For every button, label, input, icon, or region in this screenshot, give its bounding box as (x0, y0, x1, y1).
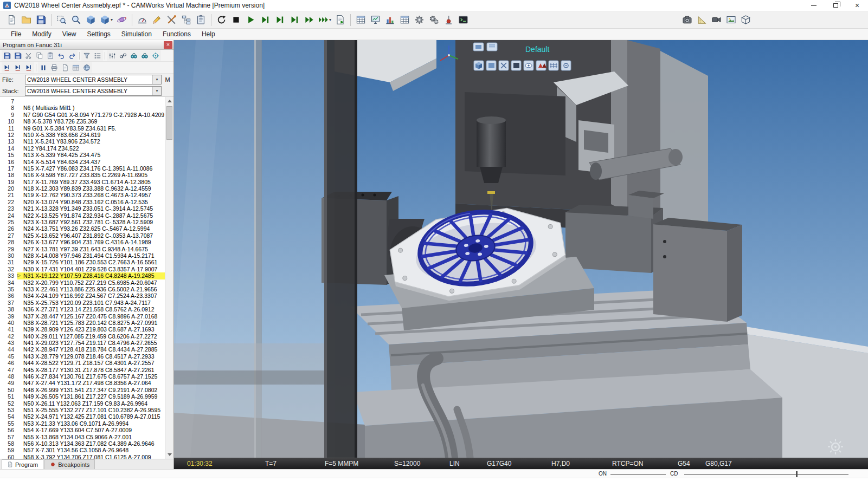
toolbar-data-table-button[interactable] (397, 12, 412, 27)
on-slider[interactable] (610, 474, 666, 475)
scroll-down-button[interactable] (165, 451, 173, 459)
code-line-56[interactable]: 56 N54 X-17.669 Y133.604 C7.507 A-27.000… (0, 427, 165, 433)
stack-combobox[interactable]: CW2018 WHEEL CENTER ASSMEBLY ▾ (25, 86, 162, 96)
panel-run-from-cursor-button[interactable] (2, 62, 12, 73)
combo-dropdown-icon[interactable]: ▾ (152, 87, 161, 95)
code-line-48[interactable]: 48 N46 X-27.834 Y130.761 Z17.675 C8.6757… (0, 373, 165, 380)
code-line-59[interactable]: 59 N57 X-7.301 Y134.56 C3.1058 A-26.9648 (0, 447, 165, 453)
scroll-track[interactable] (165, 105, 173, 451)
code-line-7[interactable]: 7 (0, 98, 165, 105)
tab-program[interactable]: Program (2, 459, 43, 469)
code-line-12[interactable]: 12 N10 X-5.338 Y83.656 Z34.619 (0, 132, 165, 138)
toolbar-machine-monitor-button[interactable] (368, 12, 383, 27)
code-line-57[interactable]: 57 N55 X-13.868 Y134.043 C5.9066 A-27.00… (0, 434, 165, 440)
panel-world-view-button[interactable] (81, 62, 92, 73)
code-line-14[interactable]: 14 N12 Y84.174 Z34.522 (0, 145, 165, 152)
toolbar-orbit-view-button[interactable] (114, 12, 129, 27)
code-scrollbar[interactable] (165, 97, 173, 459)
code-line-46[interactable]: 46 N44 X-28.522 Y129.71 Z18.157 C8.4301 … (0, 360, 165, 366)
toolbar-step-block-button[interactable] (287, 12, 302, 27)
toolbar-record-video-button[interactable] (709, 12, 724, 27)
code-line-13[interactable]: 13 N11 X-5.241 Y83.906 Z34.572 (0, 138, 165, 145)
code-line-9[interactable]: 9 N7 G90 G54 G01 X-8.094 Y71.279 C-2.792… (0, 112, 165, 118)
toolbar-stock-box-button[interactable] (738, 12, 753, 27)
toolbar-edit-program-button[interactable] (150, 12, 164, 27)
toolbar-report-table-button[interactable] (353, 12, 368, 27)
toolbar-machine-setup-button[interactable] (164, 12, 179, 27)
code-line-21[interactable]: 21 N19 X-12.762 Y90.373 Z33.268 C.4673 A… (0, 192, 165, 198)
code-line-43[interactable]: 43 N41 X-29.023 Y127.754 Z19.117 C8.4796… (0, 340, 165, 346)
close-button[interactable]: × (846, 0, 868, 11)
toolbar-measure-angle-button[interactable] (695, 12, 709, 27)
code-line-36[interactable]: 36 N34 X-24.109 Y116.992 Z24.567 C7.2524… (0, 292, 165, 299)
menu-item-view[interactable]: View (57, 29, 82, 40)
code-line-24[interactable]: 24 N22 X-13.525 Y91.874 Z32.934 C-.2887 … (0, 212, 165, 219)
code-line-10[interactable]: 10 N8 X-5.378 Y83.726 Z35.369 (0, 118, 165, 125)
code-line-37[interactable]: 37 N35 X-25.753 Y120.09 Z23.101 C7.943 A… (0, 300, 165, 306)
file-combobox[interactable]: CW2018 WHEEL CENTER ASSMEBLY ▾ (25, 75, 162, 84)
panel-save-all-button[interactable] (12, 50, 23, 61)
code-line-27[interactable]: 27 N25 X-13.652 Y96.407 Z31.892 C-.0353 … (0, 232, 165, 239)
code-line-42[interactable]: 42 N40 X-29.011 Y127.085 Z19.459 C8.6206… (0, 333, 165, 340)
panel-cut-button[interactable] (23, 50, 34, 61)
panel-close-button[interactable]: × (164, 41, 172, 49)
toolbar-reset-simulation-button[interactable] (214, 12, 229, 27)
menu-item-settings[interactable]: Settings (81, 29, 115, 40)
code-line-49[interactable]: 49 N47 X-27.44 Y131.172 Z17.498 C8.8356 … (0, 380, 165, 386)
toolbar-zoom-window-button[interactable] (54, 12, 69, 27)
panel-header[interactable]: Program on Fanuc 31i × (0, 40, 173, 50)
code-line-22[interactable]: 22 N20 X-13.074 Y90.848 Z33.162 C.0516 A… (0, 199, 165, 205)
code-line-30[interactable]: 30 N28 X-14.008 Y97.946 Z31.494 C1.5934 … (0, 252, 165, 259)
toolbar-stop-simulation-button[interactable] (229, 12, 243, 27)
panel-paste-button[interactable] (45, 50, 56, 61)
menu-item-functions[interactable]: Functions (157, 29, 196, 40)
toolbar-fast-forward-button[interactable] (302, 12, 317, 27)
code-line-53[interactable]: 53 N51 X-25.555 Y132.277 Z17.101 C10.238… (0, 407, 165, 413)
code-line-60[interactable]: 60 N58 X-3.792 Y134.706 Z17.081 C1.6125 … (0, 454, 165, 459)
panel-breakpoint-pause-button[interactable] (38, 62, 49, 73)
code-line-26[interactable]: 26 N24 X-13.751 Y93.26 Z32.625 C-.5467 A… (0, 225, 165, 232)
code-line-44[interactable]: 44 N42 X-28.947 Y128.418 Z18.784 C8.4434… (0, 346, 165, 353)
viewport-3d-scene[interactable]: Default (174, 40, 868, 458)
panel-run-to-cursor-button[interactable] (12, 62, 23, 73)
panel-save-button[interactable] (2, 50, 12, 61)
toolbar-program-settings-button[interactable] (333, 12, 348, 27)
code-line-41[interactable]: 41 N39 X-28.909 Y126.423 Z19.803 C8.687 … (0, 326, 165, 333)
toolbar-snapshot-camera-button[interactable] (680, 12, 695, 27)
code-line-34[interactable]: 34 N32 X-20.799 Y110.752 Z27.219 C5.6985… (0, 279, 165, 286)
panel-redo-button[interactable] (67, 50, 78, 61)
toolbar-tool-measure-button[interactable] (135, 12, 150, 27)
toolbar-save-file-button[interactable] (34, 12, 48, 27)
panel-find-next-button[interactable] (139, 50, 150, 61)
code-line-15[interactable]: 15 N13 X-5.339 Y84.425 Z34.475 (0, 152, 165, 158)
code-line-38[interactable]: 38 N36 X-27.371 Y123.14 Z21.558 C8.5762 … (0, 306, 165, 313)
toolbar-clipboard-button[interactable] (194, 12, 208, 27)
code-line-19[interactable]: 19 N17 X-11.769 Y89.37 Z33.493 C1.6714 A… (0, 179, 165, 185)
panel-format-columns-button[interactable] (107, 50, 118, 61)
code-line-20[interactable]: 20 N18 X-12.303 Y89.839 Z33.388 C.9632 A… (0, 185, 165, 192)
panel-find-button[interactable] (128, 50, 139, 61)
toolbar-process-tree-button[interactable] (179, 12, 194, 27)
toolbar-run-to-pause-button[interactable] (258, 12, 273, 27)
code-line-11[interactable]: 11 N9 G01 X-5.384 Y83.59 Z34.631 F5. (0, 125, 165, 132)
toolbar-step-single-button[interactable] (273, 12, 287, 27)
minimize-button[interactable] (803, 0, 825, 11)
combo-dropdown-icon[interactable]: ▾ (152, 75, 161, 84)
code-line-52[interactable]: 52 N50 X-26.11 Y132.063 Z17.159 C9.83 A-… (0, 400, 165, 407)
code-line-50[interactable]: 50 N48 X-26.999 Y131.541 Z17.347 C9.2191… (0, 387, 165, 393)
toolbar-probe-sphere-button[interactable] (441, 12, 456, 27)
panel-copy-button[interactable] (34, 50, 45, 61)
cd-slider-thumb[interactable] (796, 471, 798, 477)
panel-export-doc-button[interactable] (60, 62, 70, 73)
code-line-54[interactable]: 54 N52 X-24.971 Y132.425 Z17.081 C10.678… (0, 413, 165, 420)
toolbar-run-continuous-button[interactable]: ▾ (317, 12, 333, 27)
code-line-28[interactable]: 28 N26 X-13.677 Y96.904 Z31.769 C.4316 A… (0, 239, 165, 245)
panel-line-numbers-button[interactable] (92, 50, 103, 61)
menu-item-help[interactable]: Help (196, 29, 221, 40)
toolbar-setup-gear-button[interactable] (412, 12, 427, 27)
code-line-31[interactable]: 31 N29 X-15.726 Y101.186 Z30.553 C2.7663… (0, 259, 165, 265)
toolbar-gear-pair-button[interactable] (427, 12, 441, 27)
code-line-32[interactable]: 32 N30 X-17.431 Y104.401 Z29.528 C3.8357… (0, 266, 165, 272)
code-line-47[interactable]: 47 N45 X-28.177 Y130.31 Z17.878 C8.5847 … (0, 367, 165, 373)
toolbar-open-file-button[interactable] (19, 12, 34, 27)
